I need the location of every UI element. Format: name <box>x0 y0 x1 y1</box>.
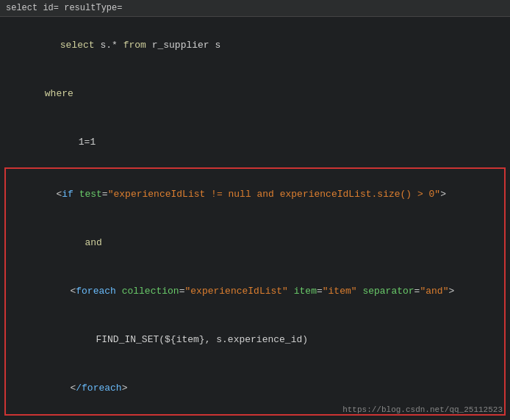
block1-if-line: <if test="experienceIdList != null and e… <box>6 170 504 219</box>
line-one-eq-one: 1=1 <box>0 118 510 167</box>
block1-and: and <box>6 219 504 267</box>
block1-end-if: </if> <box>0 416 510 420</box>
code-container: select id=​​ ​resultType= select s.* fro… <box>0 0 510 420</box>
top-bar: select id=​​ ​resultType= <box>0 0 510 17</box>
block1-bordered: <if test="experienceIdList != null and e… <box>4 167 506 416</box>
code-area: select s.* from r_supplier s where 1=1 <… <box>0 17 510 420</box>
block1-fn: FIND_IN_SET(${item}, s.experience_id) <box>6 316 504 364</box>
line-where: where <box>0 70 510 118</box>
block1-foreach: <foreach collection="experienceIdList" i… <box>6 267 504 316</box>
topbar-text: select id=​​ ​resultType= <box>6 3 122 13</box>
line-select: select s.* from r_supplier s <box>0 21 510 70</box>
watermark: https://blog.csdn.net/qq_25112523 <box>342 405 503 414</box>
